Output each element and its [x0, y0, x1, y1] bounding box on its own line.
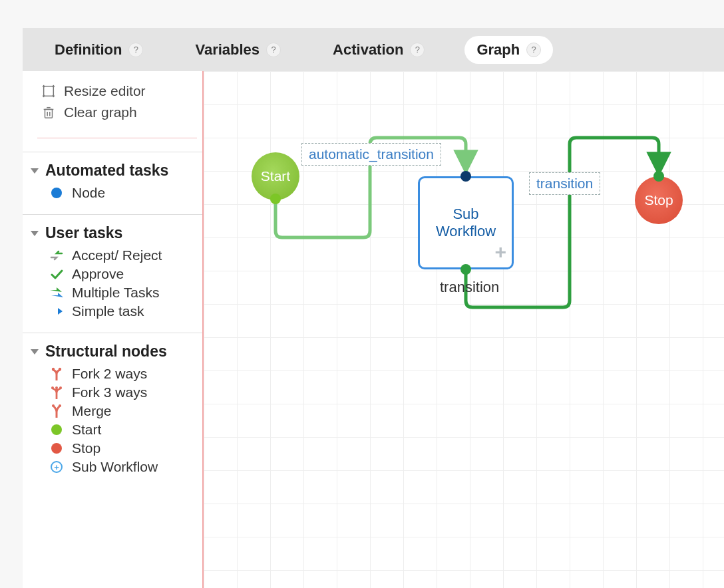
stop-icon	[49, 443, 64, 454]
palette-item-stop[interactable]: Stop	[23, 439, 202, 458]
group-automated-tasks: Automated tasks Node	[23, 152, 202, 214]
node-label: Sub Workflow	[433, 206, 499, 240]
help-icon[interactable]: ?	[410, 43, 425, 57]
node-stop[interactable]: Stop	[635, 176, 683, 224]
edge-label-automatic-transition[interactable]: automatic_transition	[301, 143, 441, 166]
item-label: Sub Workflow	[72, 459, 158, 475]
svg-point-20	[59, 404, 61, 407]
multiple-tasks-icon	[49, 287, 64, 299]
item-label: Node	[72, 185, 105, 201]
svg-point-18	[59, 386, 62, 389]
workflow-editor: Definition ? Variables ? Activation ? Gr…	[23, 28, 724, 588]
svg-point-19	[52, 404, 55, 407]
merge-icon	[49, 404, 64, 418]
tab-variables[interactable]: Variables ?	[183, 36, 293, 64]
item-label: Merge	[72, 403, 112, 419]
sidebar-divider	[37, 138, 197, 138]
palette-item-simple-task[interactable]: Simple task	[23, 302, 202, 321]
group-title: User tasks	[45, 224, 122, 242]
tab-graph[interactable]: Graph ?	[464, 36, 553, 64]
action-label: Clear graph	[64, 104, 137, 120]
node-label: Start	[261, 168, 290, 184]
item-label: Start	[72, 422, 101, 438]
group-header-automated-tasks[interactable]: Automated tasks	[23, 162, 202, 184]
fork-3-icon	[49, 386, 64, 399]
tab-activation[interactable]: Activation ?	[321, 36, 437, 64]
svg-point-15	[59, 368, 61, 370]
item-label: Fork 2 ways	[72, 366, 147, 382]
svg-point-14	[52, 368, 55, 370]
palette-item-node[interactable]: Node	[23, 184, 202, 202]
tab-label: Graph	[476, 41, 520, 59]
port-stop-in[interactable]	[653, 171, 664, 182]
group-title: Structural nodes	[45, 343, 167, 361]
item-label: Multiple Tasks	[72, 285, 160, 301]
resize-icon	[41, 84, 56, 98]
group-user-tasks: User tasks Accept/ Reject Approve	[23, 214, 202, 333]
accept-reject-icon	[49, 249, 64, 261]
tab-label: Variables	[195, 41, 260, 59]
palette-item-fork-3-ways[interactable]: Fork 3 ways	[23, 383, 202, 402]
expand-icon[interactable]: +	[494, 241, 506, 263]
help-icon[interactable]: ?	[266, 43, 281, 57]
svg-rect-0	[44, 86, 54, 96]
palette-item-multiple-tasks[interactable]: Multiple Tasks	[23, 283, 202, 302]
tab-label: Definition	[55, 41, 122, 59]
palette-item-start[interactable]: Start	[23, 420, 202, 439]
item-label: Stop	[72, 440, 100, 456]
start-icon	[49, 424, 64, 435]
sub-workflow-icon: +	[49, 461, 64, 473]
node-sub-workflow[interactable]: Sub Workflow +	[418, 176, 514, 269]
palette-item-sub-workflow[interactable]: + Sub Workflow	[23, 458, 202, 476]
svg-point-17	[55, 386, 58, 389]
action-label: Resize editor	[64, 83, 146, 99]
node-icon	[49, 188, 64, 198]
palette-item-merge[interactable]: Merge	[23, 402, 202, 420]
chevron-down-icon	[31, 231, 39, 236]
help-icon[interactable]: ?	[128, 43, 143, 57]
fork-2-icon	[49, 367, 64, 380]
simple-task-icon	[49, 307, 64, 316]
item-label: Simple task	[72, 303, 144, 319]
palette-item-fork-2-ways[interactable]: Fork 2 ways	[23, 365, 202, 383]
group-title: Automated tasks	[45, 162, 168, 180]
port-subwf-in[interactable]	[460, 171, 471, 182]
svg-rect-9	[45, 109, 53, 118]
chevron-down-icon	[31, 168, 39, 174]
graph-canvas[interactable]: Start Sub Workflow + Stop automatic_tran…	[204, 71, 724, 588]
chevron-down-icon	[31, 349, 39, 355]
approve-icon	[49, 269, 64, 279]
palette-item-accept-reject[interactable]: Accept/ Reject	[23, 246, 202, 265]
edges-layer	[204, 71, 724, 588]
resize-editor-button[interactable]: Resize editor	[41, 80, 189, 102]
edge-label-transition-2[interactable]: transition	[529, 172, 600, 195]
tab-label: Activation	[333, 41, 403, 59]
tab-bar: Definition ? Variables ? Activation ? Gr…	[23, 28, 724, 71]
port-subwf-out[interactable]	[460, 264, 471, 275]
port-start-out[interactable]	[270, 194, 281, 204]
palette-item-approve[interactable]: Approve	[23, 265, 202, 283]
group-header-structural-nodes[interactable]: Structural nodes	[23, 343, 202, 365]
group-structural-nodes: Structural nodes Fork 2 ways Fork 3 ways	[23, 333, 202, 488]
edge-label-transition-1[interactable]: transition	[440, 279, 499, 296]
node-label: Stop	[644, 192, 673, 208]
tab-definition[interactable]: Definition ?	[43, 36, 155, 64]
palette-sidebar: Resize editor Clear graph Automated task…	[23, 71, 204, 588]
clear-graph-button[interactable]: Clear graph	[41, 102, 189, 123]
trash-icon	[41, 105, 56, 120]
svg-point-16	[51, 386, 54, 389]
content-area: Resize editor Clear graph Automated task…	[23, 71, 724, 588]
item-label: Approve	[72, 266, 124, 282]
item-label: Accept/ Reject	[72, 247, 162, 263]
item-label: Fork 3 ways	[72, 384, 147, 400]
help-icon[interactable]: ?	[526, 43, 541, 57]
group-header-user-tasks[interactable]: User tasks	[23, 224, 202, 246]
